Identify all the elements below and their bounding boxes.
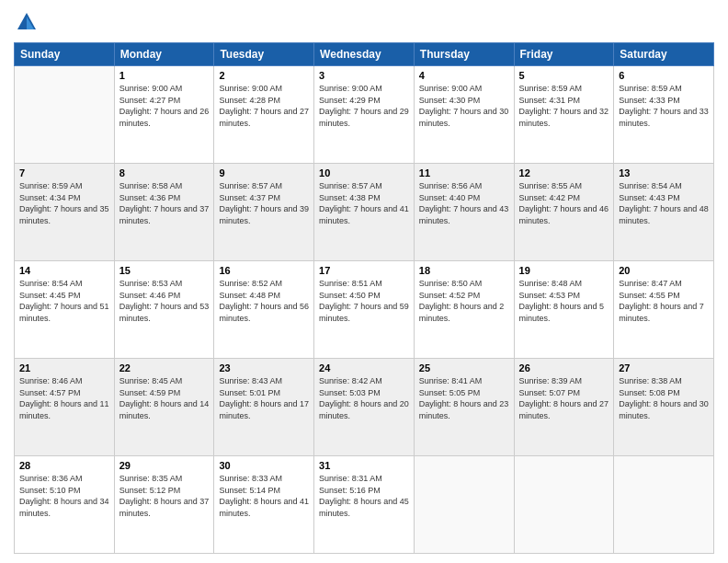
calendar-cell: 14Sunrise: 8:54 AMSunset: 4:45 PMDayligh… <box>15 261 115 359</box>
calendar-cell: 6Sunrise: 8:59 AMSunset: 4:33 PMDaylight… <box>614 66 714 164</box>
day-number: 13 <box>619 167 709 178</box>
day-info: Sunrise: 8:38 AMSunset: 5:08 PMDaylight:… <box>619 375 709 421</box>
day-number: 29 <box>119 460 210 471</box>
day-number: 25 <box>419 362 509 373</box>
calendar-cell: 11Sunrise: 8:56 AMSunset: 4:40 PMDayligh… <box>414 164 514 261</box>
calendar-cell: 5Sunrise: 8:59 AMSunset: 4:31 PMDaylight… <box>514 66 614 164</box>
day-of-week-header: Thursday <box>414 43 514 66</box>
calendar-cell <box>514 456 614 554</box>
day-info: Sunrise: 8:48 AMSunset: 4:53 PMDaylight:… <box>519 278 609 324</box>
calendar-cell <box>414 456 514 554</box>
day-info: Sunrise: 8:39 AMSunset: 5:07 PMDaylight:… <box>519 375 609 421</box>
day-number: 5 <box>519 70 609 81</box>
day-info: Sunrise: 8:59 AMSunset: 4:33 PMDaylight:… <box>619 83 709 129</box>
day-info: Sunrise: 8:54 AMSunset: 4:43 PMDaylight:… <box>619 180 709 226</box>
calendar-cell: 13Sunrise: 8:54 AMSunset: 4:43 PMDayligh… <box>614 164 714 261</box>
day-number: 8 <box>119 167 210 178</box>
day-info: Sunrise: 8:50 AMSunset: 4:52 PMDaylight:… <box>419 278 509 324</box>
day-info: Sunrise: 8:51 AMSunset: 4:50 PMDaylight:… <box>319 278 409 324</box>
day-number: 14 <box>19 265 109 276</box>
day-info: Sunrise: 8:59 AMSunset: 4:31 PMDaylight:… <box>519 83 609 129</box>
calendar-cell: 12Sunrise: 8:55 AMSunset: 4:42 PMDayligh… <box>514 164 614 261</box>
header <box>14 9 714 35</box>
calendar-cell: 4Sunrise: 9:00 AMSunset: 4:30 PMDaylight… <box>414 66 514 164</box>
day-number: 18 <box>419 265 509 276</box>
day-info: Sunrise: 8:35 AMSunset: 5:12 PMDaylight:… <box>119 473 210 519</box>
day-info: Sunrise: 8:43 AMSunset: 5:01 PMDaylight:… <box>219 375 309 421</box>
calendar-cell <box>15 66 115 164</box>
calendar-cell: 29Sunrise: 8:35 AMSunset: 5:12 PMDayligh… <box>114 456 214 554</box>
day-of-week-header: Tuesday <box>214 43 314 66</box>
day-of-week-header: Friday <box>514 43 614 66</box>
calendar-cell: 24Sunrise: 8:42 AMSunset: 5:03 PMDayligh… <box>314 359 415 456</box>
day-number: 30 <box>219 460 309 471</box>
day-number: 1 <box>119 70 210 81</box>
calendar-cell: 10Sunrise: 8:57 AMSunset: 4:38 PMDayligh… <box>314 164 415 261</box>
day-number: 6 <box>619 70 709 81</box>
day-number: 21 <box>19 362 109 373</box>
calendar-cell: 3Sunrise: 9:00 AMSunset: 4:29 PMDaylight… <box>314 66 415 164</box>
day-number: 17 <box>319 265 409 276</box>
day-info: Sunrise: 8:57 AMSunset: 4:38 PMDaylight:… <box>319 180 409 226</box>
day-number: 20 <box>619 265 709 276</box>
day-of-week-header: Monday <box>114 43 214 66</box>
day-number: 16 <box>219 265 309 276</box>
day-number: 31 <box>319 460 409 471</box>
day-info: Sunrise: 8:53 AMSunset: 4:46 PMDaylight:… <box>119 278 210 324</box>
day-info: Sunrise: 9:00 AMSunset: 4:27 PMDaylight:… <box>119 83 210 129</box>
day-info: Sunrise: 8:56 AMSunset: 4:40 PMDaylight:… <box>419 180 509 226</box>
day-number: 11 <box>419 167 509 178</box>
calendar-cell: 23Sunrise: 8:43 AMSunset: 5:01 PMDayligh… <box>214 359 314 456</box>
day-info: Sunrise: 8:31 AMSunset: 5:16 PMDaylight:… <box>319 473 409 519</box>
logo <box>14 9 43 35</box>
day-of-week-header: Wednesday <box>314 43 415 66</box>
day-info: Sunrise: 8:33 AMSunset: 5:14 PMDaylight:… <box>219 473 309 519</box>
day-number: 7 <box>19 167 109 178</box>
day-info: Sunrise: 8:41 AMSunset: 5:05 PMDaylight:… <box>419 375 509 421</box>
day-info: Sunrise: 8:57 AMSunset: 4:37 PMDaylight:… <box>219 180 309 226</box>
day-number: 22 <box>119 362 210 373</box>
day-info: Sunrise: 8:54 AMSunset: 4:45 PMDaylight:… <box>19 278 109 324</box>
day-number: 4 <box>419 70 509 81</box>
logo-icon <box>14 9 40 35</box>
day-number: 23 <box>219 362 309 373</box>
day-info: Sunrise: 9:00 AMSunset: 4:30 PMDaylight:… <box>419 83 509 129</box>
calendar-cell: 26Sunrise: 8:39 AMSunset: 5:07 PMDayligh… <box>514 359 614 456</box>
calendar-cell: 15Sunrise: 8:53 AMSunset: 4:46 PMDayligh… <box>114 261 214 359</box>
day-info: Sunrise: 8:52 AMSunset: 4:48 PMDaylight:… <box>219 278 309 324</box>
calendar-header: SundayMondayTuesdayWednesdayThursdayFrid… <box>15 43 714 66</box>
day-info: Sunrise: 8:59 AMSunset: 4:34 PMDaylight:… <box>19 180 109 226</box>
day-info: Sunrise: 8:45 AMSunset: 4:59 PMDaylight:… <box>119 375 210 421</box>
day-info: Sunrise: 8:36 AMSunset: 5:10 PMDaylight:… <box>19 473 109 519</box>
calendar-cell: 22Sunrise: 8:45 AMSunset: 4:59 PMDayligh… <box>114 359 214 456</box>
calendar-cell: 25Sunrise: 8:41 AMSunset: 5:05 PMDayligh… <box>414 359 514 456</box>
day-number: 27 <box>619 362 709 373</box>
calendar-cell: 8Sunrise: 8:58 AMSunset: 4:36 PMDaylight… <box>114 164 214 261</box>
day-of-week-header: Saturday <box>614 43 714 66</box>
day-number: 19 <box>519 265 609 276</box>
calendar-cell: 18Sunrise: 8:50 AMSunset: 4:52 PMDayligh… <box>414 261 514 359</box>
day-info: Sunrise: 8:58 AMSunset: 4:36 PMDaylight:… <box>119 180 210 226</box>
calendar-week-row: 7Sunrise: 8:59 AMSunset: 4:34 PMDaylight… <box>15 164 714 261</box>
day-info: Sunrise: 9:00 AMSunset: 4:28 PMDaylight:… <box>219 83 309 129</box>
day-info: Sunrise: 8:55 AMSunset: 4:42 PMDaylight:… <box>519 180 609 226</box>
day-number: 26 <box>519 362 609 373</box>
calendar-week-row: 28Sunrise: 8:36 AMSunset: 5:10 PMDayligh… <box>15 456 714 554</box>
day-number: 10 <box>319 167 409 178</box>
page: SundayMondayTuesdayWednesdayThursdayFrid… <box>0 0 728 563</box>
calendar-cell: 27Sunrise: 8:38 AMSunset: 5:08 PMDayligh… <box>614 359 714 456</box>
calendar-cell: 7Sunrise: 8:59 AMSunset: 4:34 PMDaylight… <box>15 164 115 261</box>
day-number: 2 <box>219 70 309 81</box>
day-number: 9 <box>219 167 309 178</box>
calendar-week-row: 1Sunrise: 9:00 AMSunset: 4:27 PMDaylight… <box>15 66 714 164</box>
calendar-cell <box>614 456 714 554</box>
calendar-cell: 31Sunrise: 8:31 AMSunset: 5:16 PMDayligh… <box>314 456 415 554</box>
calendar-cell: 2Sunrise: 9:00 AMSunset: 4:28 PMDaylight… <box>214 66 314 164</box>
calendar-cell: 30Sunrise: 8:33 AMSunset: 5:14 PMDayligh… <box>214 456 314 554</box>
calendar-cell: 17Sunrise: 8:51 AMSunset: 4:50 PMDayligh… <box>314 261 415 359</box>
calendar-week-row: 14Sunrise: 8:54 AMSunset: 4:45 PMDayligh… <box>15 261 714 359</box>
calendar-cell: 1Sunrise: 9:00 AMSunset: 4:27 PMDaylight… <box>114 66 214 164</box>
calendar-cell: 9Sunrise: 8:57 AMSunset: 4:37 PMDaylight… <box>214 164 314 261</box>
day-number: 12 <box>519 167 609 178</box>
calendar-table: SundayMondayTuesdayWednesdayThursdayFrid… <box>14 42 714 554</box>
